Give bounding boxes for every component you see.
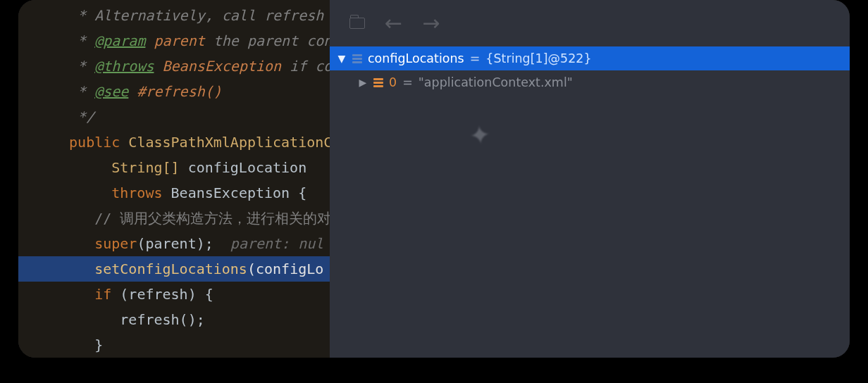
ide-window: * Alternatively, call refresh * @param p… (18, 0, 850, 358)
parameter-name: configLocation (188, 159, 307, 176)
debugger-toolbar: ← → (330, 0, 850, 46)
code-line: refresh(); (18, 307, 330, 332)
javadoc-tag: @param (94, 32, 145, 49)
code-line: String[] configLocation (18, 155, 330, 180)
code-line: } (18, 332, 330, 358)
keyword-super: super (94, 235, 137, 252)
code-line: throws BeansException { (18, 180, 330, 206)
variable-row-configlocations[interactable]: ▼ configLocations = {String[1]@522} (330, 46, 850, 70)
method-call: refresh(); (120, 311, 204, 328)
comment-chinese: // 调用父类构造方法，进行相关的对 (94, 210, 330, 227)
code-line: // 调用父类构造方法，进行相关的对 (18, 206, 330, 231)
code-editor[interactable]: * Alternatively, call refresh * @param p… (18, 0, 330, 358)
variable-name: configLocations (368, 51, 464, 65)
keyword-public: public (69, 134, 120, 151)
javadoc-tag: @see (94, 83, 128, 100)
method-arg: (configLo (247, 260, 323, 277)
variable-value: {String[1]@522} (485, 51, 591, 65)
code-line: * @param parent the parent con (18, 28, 330, 54)
folder-icon[interactable] (349, 18, 365, 29)
code-line: public ClassPathXmlApplicationC (18, 130, 330, 155)
debugger-panel[interactable]: ← → ▼ configLocations = {String[1]@522} … (330, 0, 850, 358)
type-name: String[] (111, 159, 179, 176)
expand-toggle-icon[interactable]: ▼ (337, 53, 347, 64)
code-line: super(parent); parent: nul (18, 231, 330, 256)
keyword-throws: throws (111, 184, 162, 201)
variable-value: "applicationContext.xml" (418, 75, 573, 89)
code-line: * @throws BeansException if co (18, 54, 330, 79)
variable-row-child[interactable]: ▶ 0 = "applicationContext.xml" (330, 70, 850, 94)
code-line-current[interactable]: setConfigLocations(configLo (18, 256, 330, 282)
nav-forward-button[interactable]: → (422, 13, 440, 34)
method-call: setConfigLocations (94, 260, 247, 277)
javadoc-tag: @throws (94, 58, 154, 75)
javadoc-ref: #refresh() (137, 83, 221, 100)
array-item-icon (373, 78, 383, 87)
class-name: ClassPathXmlApplicationC (128, 134, 330, 151)
nav-back-button[interactable]: ← (385, 13, 402, 34)
javadoc-param-name: parent (154, 32, 204, 49)
inline-hint: parent: nul (213, 235, 324, 252)
keyword-if: if (94, 286, 111, 303)
variable-index: 0 (389, 75, 397, 89)
code-line: * @see #refresh() (18, 79, 330, 104)
javadoc-exception: BeansException (163, 58, 282, 75)
code-line: */ (18, 104, 330, 130)
code-line: * Alternatively, call refresh (18, 3, 330, 28)
code-line: if (refresh) { (18, 282, 330, 307)
array-icon (352, 54, 362, 63)
exception-type: BeansException (171, 184, 290, 201)
expand-toggle-icon[interactable]: ▶ (358, 77, 368, 88)
javadoc-text: * Alternatively, call refresh (78, 7, 323, 24)
